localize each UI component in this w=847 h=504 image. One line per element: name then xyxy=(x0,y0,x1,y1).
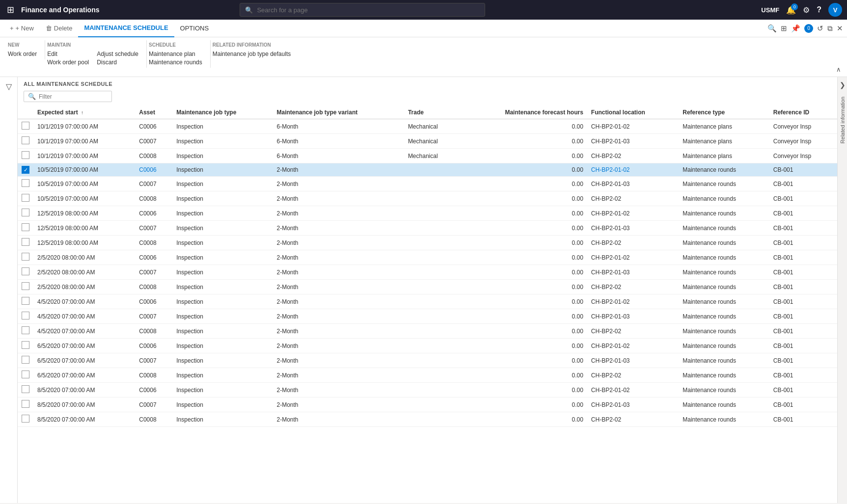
row-check-cell[interactable] xyxy=(18,383,33,398)
search-bar[interactable]: 🔍 xyxy=(240,3,485,17)
table-row[interactable]: 10/5/2019 07:00:00 AMC0007Inspection2-Mo… xyxy=(18,177,837,191)
maintenance-plan-label[interactable]: Maintenance plan xyxy=(149,51,195,57)
checkbox[interactable] xyxy=(22,371,29,378)
table-row[interactable]: 12/5/2019 08:00:00 AMC0007Inspection2-Mo… xyxy=(18,221,837,236)
checkbox[interactable] xyxy=(22,194,29,202)
cell-functional-location[interactable]: CH-BP2-01-02 xyxy=(587,163,679,177)
maintenance-job-type-defaults-label[interactable]: Maintenance job type defaults xyxy=(213,51,291,57)
row-check-cell[interactable] xyxy=(18,250,33,265)
table-row[interactable]: 10/1/2019 07:00:00 AMC0008Inspection6-Mo… xyxy=(18,149,837,163)
table-row[interactable]: 4/5/2020 07:00:00 AMC0008Inspection2-Mon… xyxy=(18,324,837,339)
ribbon-item-work-order[interactable]: Work order xyxy=(8,51,37,57)
row-check-cell[interactable] xyxy=(18,134,33,149)
tab-delete-button[interactable]: 🗑 Delete xyxy=(40,20,79,37)
adjust-schedule-label[interactable]: Adjust schedule xyxy=(97,51,138,57)
row-check-cell[interactable] xyxy=(18,412,33,427)
row-check-cell[interactable] xyxy=(18,353,33,368)
col-maintenance-job-type[interactable]: Maintenance job type xyxy=(172,106,273,119)
checkbox[interactable] xyxy=(22,122,29,130)
window-icon[interactable]: ⧉ xyxy=(827,24,833,33)
row-check-cell[interactable] xyxy=(18,280,33,294)
user-avatar[interactable]: V xyxy=(828,3,842,17)
bell-icon[interactable]: 🔔 0 xyxy=(786,5,796,15)
work-order-label[interactable]: Work order xyxy=(8,51,37,57)
related-information-label[interactable]: Related information xyxy=(840,97,846,143)
discard-label[interactable]: Discard xyxy=(97,59,117,66)
row-check-cell[interactable] xyxy=(18,206,33,221)
right-sidebar-collapse-icon[interactable]: ❯ xyxy=(840,77,846,93)
waffle-icon[interactable]: ⊞ xyxy=(5,2,16,17)
row-check-cell[interactable] xyxy=(18,324,33,339)
row-check-cell[interactable] xyxy=(18,294,33,309)
checkbox[interactable] xyxy=(22,151,29,159)
row-check-cell[interactable] xyxy=(18,149,33,163)
work-order-pool-label[interactable]: Work order pool xyxy=(47,59,89,66)
checkbox[interactable] xyxy=(22,385,29,393)
col-expected-start[interactable]: Expected start ↑ xyxy=(33,106,135,119)
col-reference-type[interactable]: Reference type xyxy=(679,106,769,119)
table-row[interactable]: 2/5/2020 08:00:00 AMC0006Inspection2-Mon… xyxy=(18,250,837,265)
checkbox[interactable] xyxy=(22,238,29,246)
table-row[interactable]: 2/5/2020 08:00:00 AMC0008Inspection2-Mon… xyxy=(18,280,837,294)
col-maintenance-job-type-variant[interactable]: Maintenance job type variant xyxy=(273,106,404,119)
row-check-cell[interactable] xyxy=(18,339,33,353)
refresh-icon[interactable]: ↺ xyxy=(817,24,823,33)
row-check-cell[interactable] xyxy=(18,177,33,191)
table-row[interactable]: ✓10/5/2019 07:00:00 AMC0006Inspection2-M… xyxy=(18,163,837,177)
checkbox[interactable] xyxy=(22,267,29,275)
row-check-cell[interactable] xyxy=(18,119,33,134)
col-forecast-hours[interactable]: Maintenance forecast hours xyxy=(460,106,587,119)
tab-options[interactable]: OPTIONS xyxy=(174,20,215,37)
row-check-cell[interactable] xyxy=(18,368,33,383)
grid-view-icon[interactable]: ⊞ xyxy=(781,24,787,33)
checkbox[interactable] xyxy=(22,253,29,261)
checkbox[interactable] xyxy=(22,415,29,423)
checkbox[interactable]: ✓ xyxy=(22,166,29,174)
col-asset[interactable]: Asset xyxy=(135,106,172,119)
search-input[interactable] xyxy=(257,6,480,14)
checkbox[interactable] xyxy=(22,209,29,216)
checkbox[interactable] xyxy=(22,297,29,305)
filter-input[interactable] xyxy=(39,93,108,100)
col-reference-id[interactable]: Reference ID xyxy=(769,106,837,119)
tab-new-button[interactable]: + + New xyxy=(4,20,40,37)
table-row[interactable]: 10/1/2019 07:00:00 AMC0007Inspection6-Mo… xyxy=(18,134,837,149)
checkbox[interactable] xyxy=(22,136,29,144)
close-icon[interactable]: ✕ xyxy=(837,24,843,33)
edit-label[interactable]: Edit xyxy=(47,51,57,57)
row-check-cell[interactable] xyxy=(18,309,33,324)
checkbox[interactable] xyxy=(22,179,29,187)
table-row[interactable]: 6/5/2020 07:00:00 AMC0006Inspection2-Mon… xyxy=(18,339,837,353)
cell-asset[interactable]: C0006 xyxy=(135,163,172,177)
table-row[interactable]: 6/5/2020 07:00:00 AMC0008Inspection2-Mon… xyxy=(18,368,837,383)
maintenance-rounds-label[interactable]: Maintenance rounds xyxy=(149,59,202,66)
col-trade[interactable]: Trade xyxy=(404,106,460,119)
table-row[interactable]: 4/5/2020 07:00:00 AMC0007Inspection2-Mon… xyxy=(18,309,837,324)
filter-input-wrap[interactable]: 🔍 xyxy=(24,91,112,102)
checkbox[interactable] xyxy=(22,312,29,319)
ribbon-search-icon[interactable]: 🔍 xyxy=(767,24,777,33)
row-check-cell[interactable]: ✓ xyxy=(18,163,33,177)
gear-icon[interactable]: ⚙ xyxy=(803,5,810,15)
table-row[interactable]: 12/5/2019 08:00:00 AMC0008Inspection2-Mo… xyxy=(18,236,837,250)
filter-sidebar-icon[interactable]: ▽ xyxy=(6,82,12,91)
checkbox[interactable] xyxy=(22,326,29,334)
pin-icon[interactable]: 📌 xyxy=(791,24,800,33)
table-row[interactable]: 10/1/2019 07:00:00 AMC0006Inspection6-Mo… xyxy=(18,119,837,134)
row-check-cell[interactable] xyxy=(18,221,33,236)
row-check-cell[interactable] xyxy=(18,398,33,412)
checkbox[interactable] xyxy=(22,400,29,408)
checkbox[interactable] xyxy=(22,356,29,364)
table-row[interactable]: 10/5/2019 07:00:00 AMC0008Inspection2-Mo… xyxy=(18,191,837,206)
table-row[interactable]: 8/5/2020 07:00:00 AMC0007Inspection2-Mon… xyxy=(18,398,837,412)
col-functional-location[interactable]: Functional location xyxy=(587,106,679,119)
row-check-cell[interactable] xyxy=(18,236,33,250)
checkbox[interactable] xyxy=(22,341,29,349)
table-row[interactable]: 12/5/2019 08:00:00 AMC0006Inspection2-Mo… xyxy=(18,206,837,221)
table-row[interactable]: 8/5/2020 07:00:00 AMC0006Inspection2-Mon… xyxy=(18,383,837,398)
help-icon[interactable]: ? xyxy=(817,5,821,14)
table-row[interactable]: 4/5/2020 07:00:00 AMC0006Inspection2-Mon… xyxy=(18,294,837,309)
table-row[interactable]: 8/5/2020 07:00:00 AMC0008Inspection2-Mon… xyxy=(18,412,837,427)
ribbon-collapse-btn[interactable]: ∧ xyxy=(836,66,841,73)
row-check-cell[interactable] xyxy=(18,191,33,206)
